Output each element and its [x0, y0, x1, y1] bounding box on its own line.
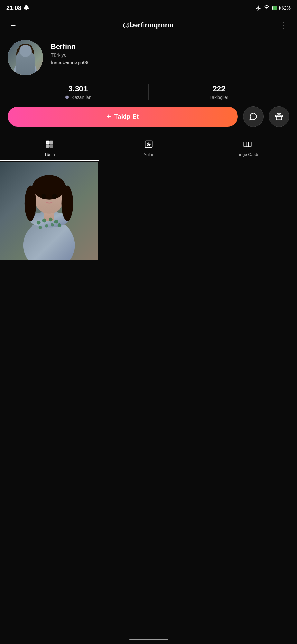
svg-point-46: [49, 218, 53, 222]
svg-rect-32: [246, 142, 249, 147]
grid-item-1[interactable]: [0, 162, 98, 260]
earned-label: Kazanılan: [71, 95, 91, 100]
top-navigation: ← @berfinnqrnnn ⋮: [0, 15, 297, 35]
svg-point-11: [22, 52, 24, 55]
svg-rect-23: [50, 141, 53, 144]
svg-point-8: [18, 44, 32, 54]
profile-name: Berfinn: [51, 43, 289, 51]
svg-rect-24: [46, 145, 49, 147]
battery-indicator: 62%: [272, 5, 291, 11]
svg-point-45: [42, 219, 46, 223]
svg-point-40: [25, 186, 36, 221]
profile-section: Berfinn Türkiye İnsta:berfin.qrn09: [0, 35, 297, 82]
svg-rect-22: [46, 141, 49, 144]
svg-rect-31: [244, 142, 246, 147]
svg-rect-33: [249, 142, 251, 147]
avatar-image: [8, 40, 43, 75]
tabs-section: Tümü Anlar Tango Cards: [0, 136, 297, 161]
tab-cards-icon: [243, 140, 252, 150]
svg-point-48: [58, 223, 61, 227]
followers-label: Takipçiler: [209, 95, 228, 100]
page-title: @berfinnqrnnn: [24, 21, 273, 29]
svg-point-16: [28, 62, 30, 64]
svg-point-51: [51, 223, 54, 227]
battery-icon: [272, 6, 281, 10]
earned-label-container: Kazanılan: [64, 95, 91, 100]
svg-point-12: [27, 52, 29, 55]
svg-rect-6: [23, 56, 28, 62]
svg-point-49: [39, 226, 42, 229]
wifi-icon: [264, 5, 270, 11]
tab-all[interactable]: Tümü: [0, 136, 99, 161]
svg-point-14: [23, 62, 25, 63]
earned-stat: 3.301 Kazanılan: [8, 84, 149, 100]
svg-point-9: [16, 48, 22, 61]
svg-point-13: [21, 63, 23, 65]
svg-rect-2: [280, 7, 281, 9]
grid-image-1: [0, 162, 98, 260]
svg-point-44: [37, 221, 41, 225]
tab-all-label: Tümü: [44, 152, 55, 157]
svg-point-5: [14, 61, 37, 75]
profile-info: Berfinn Türkiye İnsta:berfin.qrn09: [51, 40, 289, 65]
svg-point-4: [8, 40, 43, 75]
tab-all-icon: [45, 140, 54, 150]
tab-tango-cards[interactable]: Tango Cards: [198, 136, 297, 161]
tab-cards-label: Tango Cards: [236, 152, 259, 157]
action-section: + Takip Et: [0, 106, 297, 136]
status-bar: 21:08 62%: [0, 0, 297, 15]
svg-point-18: [26, 64, 28, 66]
earned-number: 3.301: [68, 84, 88, 93]
more-dots-icon: ⋮: [279, 20, 288, 30]
svg-point-10: [29, 48, 34, 61]
battery-text: 62%: [282, 5, 291, 11]
status-icons: 62%: [255, 5, 291, 11]
svg-point-43: [52, 194, 57, 199]
follow-button[interactable]: + Takip Et: [8, 107, 238, 127]
svg-point-42: [42, 194, 46, 199]
followers-stat: 222 Takipçiler: [149, 84, 289, 100]
svg-rect-25: [50, 145, 53, 147]
message-button[interactable]: [243, 106, 264, 127]
svg-point-7: [19, 46, 32, 61]
back-button[interactable]: ←: [8, 19, 19, 32]
bottom-home-indicator: [129, 639, 168, 640]
avatar-container: [8, 40, 43, 75]
gift-icon: [274, 112, 283, 121]
svg-point-39: [32, 175, 66, 200]
svg-marker-30: [148, 144, 150, 145]
profile-instagram: İnsta:berfin.qrn09: [51, 60, 289, 65]
time-display: 21:08: [6, 5, 21, 12]
snapchat-icon: [23, 5, 30, 11]
message-icon: [249, 112, 258, 121]
tab-stories-label: Anlar: [144, 152, 153, 157]
svg-marker-20: [67, 95, 69, 97]
back-arrow-icon: ←: [9, 20, 17, 30]
status-time: 21:08: [6, 5, 30, 12]
svg-point-15: [26, 61, 28, 63]
gift-button[interactable]: [269, 106, 289, 127]
followers-number: 222: [212, 84, 225, 93]
svg-rect-1: [273, 6, 277, 10]
svg-point-41: [62, 186, 73, 221]
follow-plus-icon: +: [107, 112, 111, 121]
stats-section: 3.301 Kazanılan 222 Takipçiler: [0, 82, 297, 106]
avatar-svg: [8, 40, 43, 75]
svg-point-47: [54, 220, 58, 224]
tab-stories-icon: [144, 140, 153, 150]
airplane-icon: [255, 5, 261, 11]
more-options-button[interactable]: ⋮: [278, 19, 289, 32]
svg-point-50: [45, 224, 48, 228]
svg-point-17: [23, 65, 25, 67]
follow-button-text: Takip Et: [114, 113, 139, 120]
content-grid: [0, 161, 297, 261]
tab-stories[interactable]: Anlar: [99, 136, 198, 161]
diamond-icon: [64, 95, 70, 100]
profile-location: Türkiye: [51, 52, 289, 58]
avatar: [8, 40, 43, 75]
